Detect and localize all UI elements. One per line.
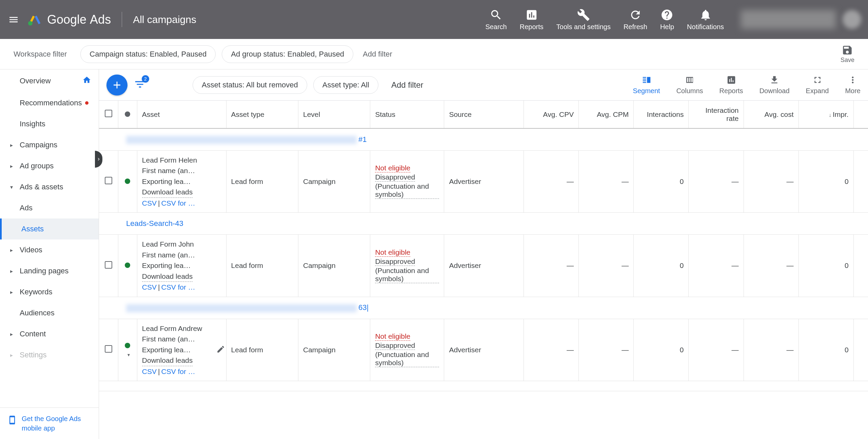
status-cell: Not eligible Disapproved (Punctuation an… [370,235,444,297]
status-eligible[interactable]: Not eligible [375,332,410,341]
campaign-name-link[interactable]: #1 [358,135,367,144]
header-status[interactable]: Status [370,101,444,128]
sidebar-item-recommendations[interactable]: Recommendations [0,92,99,113]
status-reason[interactable]: (Punctuation and symbols) [375,182,439,199]
sidebar-item-campaigns[interactable]: Campaigns [0,134,99,155]
row-checkbox[interactable] [105,345,112,353]
add-asset-fab[interactable] [106,75,127,96]
sidebar-item-keywords[interactable]: Keywords [0,281,99,302]
sidebar-item-ads[interactable]: Ads [0,197,99,218]
header-interaction-rate[interactable]: Interaction rate [689,101,744,128]
sidebar-item-videos[interactable]: Videos [0,239,99,260]
csv-link[interactable]: CSV [142,199,157,207]
interactions-cell: 0 [634,319,689,381]
hamburger-menu-icon[interactable] [7,13,20,26]
reports-button[interactable]: Reports [520,8,544,31]
header-avg-cost[interactable]: Avg. cost [744,101,798,128]
sidebar-item-assets[interactable]: Assets [0,218,99,239]
filter-chip-adgroup-status[interactable]: Ad group status: Enabled, Paused [222,45,353,63]
header-clicks[interactable]: Clicks [853,101,868,128]
header-tools: Search Reports Tools and settings Refres… [485,8,724,31]
csv-for-link[interactable]: CSV for … [161,368,195,375]
sidebar-item-insights[interactable]: Insights [0,113,99,134]
source-cell: Advertiser [444,319,524,381]
sidebar-item-landing-pages[interactable]: Landing pages [0,260,99,281]
status-disapproved[interactable]: Disapproved [375,341,415,350]
interactions-cell: 0 [634,235,689,297]
chip-asset-status[interactable]: Asset status: All but removed [193,76,307,94]
filter-chip-campaign-status[interactable]: Campaign status: Enabled, Paused [80,45,216,63]
avatar[interactable] [843,10,861,29]
header-source[interactable]: Source [444,101,524,128]
google-ads-logo[interactable]: Google Ads [27,12,111,27]
status-eligible[interactable]: Not eligible [375,164,410,172]
csv-link[interactable]: CSV [142,368,157,375]
expand-button[interactable]: Expand [806,75,829,95]
csv-link[interactable]: CSV [142,283,157,291]
csv-for-link[interactable]: CSV for … [161,199,195,207]
status-disapproved[interactable]: Disapproved [375,257,415,266]
sidebar-item-overview[interactable]: Overview [0,69,99,92]
segment-button[interactable]: Segment [633,75,660,95]
impr-cell: 0 [798,319,853,381]
csv-for-link[interactable]: CSV for … [161,283,195,291]
status-eligible[interactable]: Not eligible [375,248,410,257]
header-checkbox[interactable] [99,101,118,128]
header-status-dot[interactable] [118,101,137,128]
filter-label: Workspace filter [14,50,67,59]
chevron-down-icon[interactable]: ▼ [126,353,131,357]
breadcrumb[interactable]: All campaigns [133,14,196,25]
download-leads[interactable]: Download leads [142,187,193,198]
sidebar-item-settings[interactable]: Settings [0,344,99,365]
header-interactions[interactable]: Interactions [634,101,689,128]
notifications-button[interactable]: Notifications [687,8,724,31]
download-leads[interactable]: Download leads [142,271,193,282]
toolbar-reports-button[interactable]: Reports [719,75,743,95]
source-cell: Advertiser [444,150,524,213]
campaign-name-link[interactable]: 63| [358,303,369,312]
toolbar-add-filter[interactable]: Add filter [391,80,423,90]
status-disapproved[interactable]: Disapproved [375,173,415,182]
header-level[interactable]: Level [298,101,370,128]
status-reason[interactable]: (Punctuation and symbols) [375,267,439,283]
assets-table-container[interactable]: Asset Asset type Level Status Source Avg… [99,101,868,439]
header-avg-cpm[interactable]: Avg. CPM [579,101,634,128]
help-button[interactable]: Help [660,8,674,31]
avg-cpm-cell: — [579,235,634,297]
download-button[interactable]: Download [760,75,790,95]
header-impr[interactable]: ↓Impr. [798,101,853,128]
edit-icon[interactable] [216,345,226,355]
header-asset[interactable]: Asset [137,101,226,128]
status-dot-enabled[interactable] [125,343,130,348]
add-filter-button[interactable]: Add filter [363,50,392,59]
header-asset-type[interactable]: Asset type [226,101,298,128]
refresh-button[interactable]: Refresh [624,8,647,31]
save-button[interactable]: Save [841,44,854,64]
table-header-row: Asset Asset type Level Status Source Avg… [99,101,868,128]
sidebar-item-audiences[interactable]: Audiences [0,302,99,323]
sidebar-item-ad-groups[interactable]: Ad groups [0,155,99,176]
avg-cpm-cell: — [579,319,634,381]
row-checkbox[interactable] [105,177,112,184]
account-block[interactable] [741,10,861,29]
avg-cost-cell: — [744,150,798,213]
status-reason[interactable]: (Punctuation and symbols) [375,351,439,367]
campaign-name-link[interactable]: Leads-Search-43 [126,219,183,228]
header-avg-cpv[interactable]: Avg. CPV [524,101,579,128]
svg-point-0 [28,21,33,25]
status-dot-enabled[interactable] [125,179,130,184]
status-dot-enabled[interactable] [125,263,130,268]
more-button[interactable]: More [845,75,861,95]
interaction-rate-cell: — [689,150,744,213]
sidebar-item-ads-assets[interactable]: Ads & assets [0,176,99,197]
sidebar-item-content[interactable]: Content [0,323,99,344]
avg-cpv-cell: — [524,319,579,381]
download-leads[interactable]: Download leads [142,355,193,366]
row-checkbox[interactable] [105,261,112,269]
filter-icon[interactable]: 2 [134,78,146,92]
search-button[interactable]: Search [485,8,507,31]
mobile-app-promo[interactable]: Get the Google Ads mobile app [0,407,99,439]
columns-button[interactable]: Columns [676,75,703,95]
tools-settings-button[interactable]: Tools and settings [556,8,611,31]
chip-asset-type[interactable]: Asset type: All [313,76,378,94]
